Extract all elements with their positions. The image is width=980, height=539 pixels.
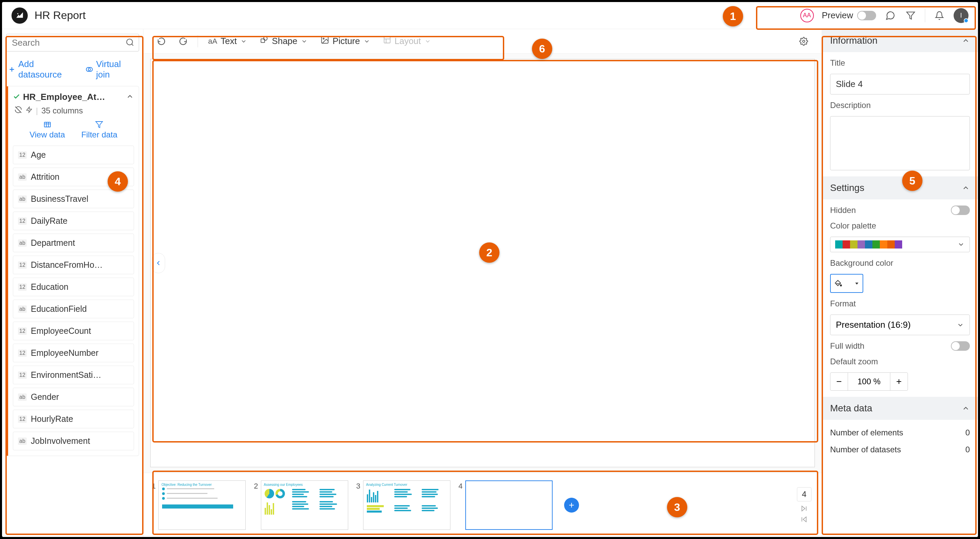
field-item[interactable]: 12DailyRate bbox=[13, 212, 134, 230]
field-name: EmployeeCount bbox=[31, 326, 91, 336]
settings-section-header[interactable]: Settings bbox=[822, 176, 978, 199]
palette-label: Color palette bbox=[830, 221, 970, 231]
skip-start-icon[interactable] bbox=[800, 516, 808, 523]
avatar-status-dot bbox=[964, 18, 969, 23]
datasource-name[interactable]: HR_Employee_At… bbox=[23, 92, 123, 102]
search-input[interactable] bbox=[6, 34, 139, 51]
field-type-badge: ab bbox=[18, 305, 27, 313]
thumb-group: 3 Analyzing Current Turnover bbox=[356, 480, 450, 530]
thumb-number: 4 bbox=[458, 480, 463, 491]
redo-button[interactable] bbox=[173, 34, 193, 48]
shape-tool-label: Shape bbox=[272, 36, 298, 46]
title-label: Title bbox=[830, 58, 970, 68]
field-type-badge: 12 bbox=[18, 262, 27, 269]
comment-icon[interactable] bbox=[884, 10, 896, 22]
slide-description-input[interactable] bbox=[830, 116, 970, 170]
main-layout: Add datasource Virtual join HR_Employee_… bbox=[2, 29, 978, 537]
field-item[interactable]: abAttrition bbox=[13, 167, 134, 186]
thumbs-bar: 1 Objective: Reducing the Turnover 2 Ass… bbox=[143, 473, 822, 537]
full-width-toggle[interactable] bbox=[951, 341, 970, 351]
field-item[interactable]: abDepartment bbox=[13, 234, 134, 252]
field-item[interactable]: 12Education bbox=[13, 277, 134, 296]
layout-tool-button: Layout bbox=[378, 33, 436, 49]
shape-tool-button[interactable]: Shape bbox=[255, 33, 313, 49]
user-avatar[interactable]: I bbox=[954, 8, 969, 23]
svg-marker-7 bbox=[27, 107, 32, 113]
sync-off-icon[interactable] bbox=[14, 106, 22, 116]
palette-select[interactable] bbox=[830, 237, 970, 252]
slide-title-input[interactable] bbox=[830, 74, 970, 94]
field-item[interactable]: abBusinessTravel bbox=[13, 190, 134, 208]
chevron-down-icon bbox=[424, 38, 431, 45]
virtual-join-label: Virtual join bbox=[96, 59, 137, 80]
zoom-value: 100 % bbox=[848, 373, 890, 391]
num-datasets-value: 0 bbox=[966, 445, 970, 454]
toolbar-divider bbox=[197, 35, 198, 48]
field-item[interactable]: 12EmployeeCount bbox=[13, 322, 134, 340]
field-type-badge: 12 bbox=[18, 283, 27, 291]
zoom-increase-button[interactable]: + bbox=[890, 373, 908, 391]
field-item[interactable]: 12HourlyRate bbox=[13, 410, 134, 428]
field-item[interactable]: 12DistanceFromHo… bbox=[13, 256, 134, 274]
field-type-badge: 12 bbox=[18, 217, 27, 225]
information-section-header[interactable]: Information bbox=[822, 29, 978, 52]
thumb-number: 3 bbox=[356, 480, 360, 491]
play-forward-icon[interactable] bbox=[800, 505, 808, 512]
picture-tool-button[interactable]: Picture bbox=[315, 33, 375, 49]
paint-bucket-icon bbox=[834, 279, 842, 287]
hidden-toggle[interactable] bbox=[951, 206, 970, 215]
bell-icon[interactable] bbox=[933, 10, 945, 22]
field-item[interactable]: 12EnvironmentSati… bbox=[13, 366, 134, 384]
user-initials-badge[interactable]: AA bbox=[800, 9, 814, 22]
search-icon[interactable] bbox=[126, 38, 134, 48]
virtual-join-button[interactable]: Virtual join bbox=[85, 59, 137, 80]
filter-data-button[interactable]: Filter data bbox=[81, 121, 118, 139]
slide-thumbnail[interactable]: Assessing our Employees bbox=[261, 480, 348, 530]
field-name: EnvironmentSati… bbox=[31, 370, 101, 380]
bg-label: Background color bbox=[830, 258, 970, 268]
slide-thumbnail[interactable]: Analyzing Current Turnover bbox=[363, 480, 450, 530]
left-sidebar: Add datasource Virtual join HR_Employee_… bbox=[2, 29, 143, 537]
undo-button[interactable] bbox=[151, 34, 171, 48]
preview-toggle[interactable] bbox=[857, 11, 876, 20]
format-select[interactable]: Presentation (16:9) bbox=[830, 314, 970, 335]
datasource-card: HR_Employee_At… | 35 columns View data bbox=[6, 86, 139, 456]
text-tool-button[interactable]: aA Text bbox=[203, 33, 253, 49]
add-datasource-button[interactable]: Add datasource bbox=[8, 59, 80, 80]
field-name: Department bbox=[31, 238, 75, 248]
collapse-icon[interactable] bbox=[126, 92, 134, 102]
add-slide-button[interactable]: + bbox=[564, 498, 579, 513]
metadata-section-header[interactable]: Meta data bbox=[822, 397, 978, 420]
slide-thumbnail[interactable] bbox=[465, 480, 553, 530]
metadata-body: Number of elements 0 Number of datasets … bbox=[822, 420, 978, 459]
slide-thumbnail[interactable]: Objective: Reducing the Turnover bbox=[158, 480, 246, 530]
field-type-badge: ab bbox=[18, 173, 27, 181]
bg-color-button[interactable] bbox=[830, 274, 863, 293]
check-icon bbox=[13, 93, 20, 102]
filter-icon[interactable] bbox=[905, 10, 917, 22]
field-item[interactable]: 12Age bbox=[13, 145, 134, 164]
chevron-down-icon bbox=[301, 38, 308, 45]
bolt-icon[interactable] bbox=[26, 106, 32, 116]
settings-gear-button[interactable] bbox=[794, 34, 813, 48]
thumb-group: 4 bbox=[458, 480, 553, 530]
caret-down-icon bbox=[854, 281, 859, 286]
field-type-badge: 12 bbox=[18, 349, 27, 357]
view-data-button[interactable]: View data bbox=[29, 121, 65, 139]
field-name: DistanceFromHo… bbox=[31, 260, 103, 270]
field-item[interactable]: abEducationField bbox=[13, 300, 134, 318]
field-item[interactable]: abGender bbox=[13, 388, 134, 406]
zoom-decrease-button[interactable]: − bbox=[830, 373, 848, 391]
field-item[interactable]: 12EmployeeNumber bbox=[13, 344, 134, 362]
prev-slide-chevron[interactable] bbox=[151, 253, 165, 273]
full-width-row: Full width bbox=[830, 341, 970, 351]
datasource-subrow: | 35 columns bbox=[13, 106, 134, 116]
slide-canvas[interactable] bbox=[150, 59, 815, 467]
description-label: Description bbox=[830, 100, 970, 110]
preview-label: Preview bbox=[822, 10, 853, 21]
datasource-actions-row: Add datasource Virtual join bbox=[6, 56, 139, 86]
field-item[interactable]: abJobInvolvement bbox=[13, 432, 134, 450]
app-logo[interactable] bbox=[11, 8, 28, 24]
settings-body: Hidden Color palette Background color Fo… bbox=[822, 199, 978, 397]
gear-icon bbox=[799, 37, 808, 46]
